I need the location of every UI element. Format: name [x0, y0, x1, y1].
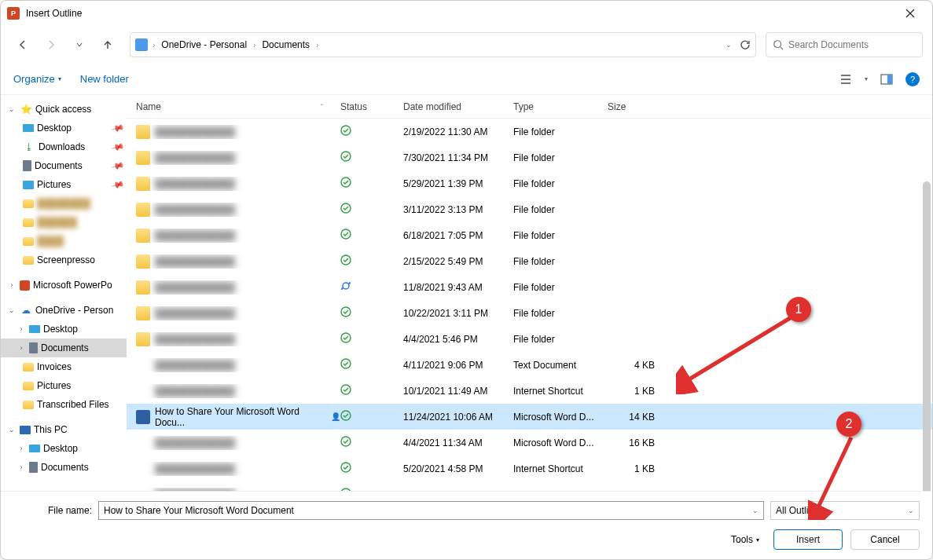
file-icon [136, 358, 150, 372]
chevron-down-icon[interactable]: ⌄ [908, 507, 914, 514]
sidebar-downloads[interactable]: ⭳Downloads📌 [1, 137, 127, 156]
sidebar-this-pc[interactable]: ⌄This PC [1, 420, 127, 439]
cancel-button[interactable]: Cancel [850, 529, 920, 550]
scrollbar[interactable] [923, 181, 932, 491]
date-cell: 11/24/2021 10:06 AM [403, 412, 513, 423]
sidebar: ⌄⭐Quick access Desktop📌 ⭳Downloads📌 Docu… [1, 95, 127, 491]
type-cell: Microsoft Word D... [513, 412, 608, 423]
svg-point-9 [341, 307, 351, 317]
file-row[interactable]: How to Share Your Microsoft Word Docu...… [127, 404, 932, 430]
column-status[interactable]: Status [340, 101, 403, 112]
file-icon [136, 384, 150, 398]
titlebar: P Insert Outline [1, 1, 932, 26]
preview-pane-icon[interactable] [880, 73, 893, 86]
toolbar: Organize▾ New folder ▾ ? [1, 64, 932, 95]
breadcrumb[interactable]: › OneDrive - Personal › Documents › ⌄ [130, 32, 756, 57]
document-icon [29, 342, 38, 353]
sidebar-od-invoices[interactable]: Invoices [1, 357, 127, 376]
insert-button[interactable]: Insert [773, 529, 843, 550]
file-row[interactable]: ████████████2/15/2022 5:49 PMFile folder [127, 248, 932, 274]
view-list-icon[interactable] [839, 73, 852, 86]
file-row[interactable]: ████████████7/30/2021 11:34 PMFile folde… [127, 145, 932, 170]
sidebar-od-documents[interactable]: ›Documents [1, 339, 127, 357]
filename-label: File name: [48, 505, 92, 516]
tools-dropdown[interactable]: Tools▾ [731, 534, 759, 545]
search-input[interactable]: Search Documents [766, 32, 923, 57]
column-size[interactable]: Size [608, 101, 670, 112]
type-cell: File folder [513, 230, 608, 241]
history-dropdown[interactable] [67, 32, 92, 57]
sidebar-onedrive[interactable]: ⌄☁OneDrive - Person [1, 301, 127, 320]
filename-input[interactable]: How to Share Your Microsoft Word Documen… [98, 501, 764, 520]
sidebar-od-desktop[interactable]: ›Desktop [1, 320, 127, 339]
sidebar-pictures[interactable]: Pictures📌 [1, 175, 127, 194]
status-icon [340, 410, 403, 423]
svg-point-0 [774, 41, 781, 48]
refresh-icon[interactable] [740, 39, 751, 50]
sidebar-pc-desktop[interactable]: ›Desktop [1, 439, 127, 458]
back-button[interactable] [10, 32, 35, 57]
view-dropdown-icon[interactable]: ▾ [865, 75, 868, 82]
date-cell: 10/5/2021 4:42 PM [403, 489, 513, 492]
sidebar-blurred-1[interactable]: ████████ [1, 194, 127, 213]
svg-point-8 [341, 255, 351, 265]
organize-button[interactable]: Organize▾ [13, 73, 61, 85]
close-button[interactable] [894, 2, 926, 24]
svg-line-17 [684, 316, 794, 382]
sidebar-blurred-2[interactable]: ██████ [1, 213, 127, 232]
file-row[interactable]: ████████████5/29/2021 1:39 PMFile folder [127, 170, 932, 196]
status-icon [340, 229, 403, 242]
column-name[interactable]: Name⌃ [136, 101, 340, 112]
new-folder-button[interactable]: New folder [80, 73, 129, 85]
folder-icon [136, 254, 150, 269]
size-cell: 14 KB [608, 412, 670, 423]
file-icon [136, 462, 150, 476]
svg-point-14 [341, 437, 351, 446]
file-row[interactable]: ████████████10/22/2021 3:11 PMFile folde… [127, 300, 932, 326]
breadcrumb-dropdown-icon[interactable]: ⌄ [725, 41, 732, 49]
file-row[interactable]: ████████████2/19/2022 11:30 AMFile folde… [127, 119, 932, 145]
sidebar-documents[interactable]: Documents📌 [1, 156, 127, 175]
status-icon [340, 306, 403, 320]
chevron-down-icon[interactable]: ⌄ [752, 507, 759, 514]
column-type[interactable]: Type [513, 101, 608, 112]
sidebar-od-transcribed[interactable]: Transcribed Files [1, 395, 127, 414]
svg-point-12 [341, 385, 351, 394]
folder-icon [23, 256, 34, 265]
date-cell: 2/15/2022 5:49 PM [403, 256, 513, 267]
sidebar-powerpoint[interactable]: ›Microsoft PowerPo [1, 276, 127, 295]
window-title: Insert Outline [26, 8, 82, 19]
status-icon [340, 151, 403, 164]
file-row[interactable]: ████████████4/11/2021 9:06 PMText Docume… [127, 352, 932, 378]
svg-point-16 [341, 489, 351, 491]
up-button[interactable] [95, 32, 120, 57]
crumb-onedrive[interactable]: OneDrive - Personal [158, 39, 250, 50]
powerpoint-icon [20, 280, 30, 291]
status-icon [340, 177, 403, 190]
svg-point-13 [341, 411, 351, 420]
help-icon[interactable]: ? [905, 72, 920, 86]
nav-bar: › OneDrive - Personal › Documents › ⌄ Se… [1, 26, 932, 64]
sidebar-desktop[interactable]: Desktop📌 [1, 119, 127, 137]
file-row[interactable]: ████████████10/1/2021 11:49 AMInternet S… [127, 378, 932, 404]
type-cell: Internet Shortcut [513, 386, 608, 397]
status-icon [340, 462, 403, 475]
sidebar-blurred-3[interactable]: ████ [1, 232, 127, 251]
pin-icon: 📌 [111, 121, 126, 135]
sidebar-pc-documents[interactable]: ›Documents [1, 458, 127, 477]
file-row[interactable]: ████████████6/18/2021 7:05 PMFile folder [127, 222, 932, 248]
sidebar-quick-access[interactable]: ⌄⭐Quick access [1, 100, 127, 119]
desktop-icon [29, 325, 40, 333]
file-row[interactable]: ████████████4/4/2021 5:46 PMFile folder [127, 326, 932, 352]
sidebar-screenpresso[interactable]: Screenpresso [1, 251, 127, 269]
status-icon [340, 488, 403, 491]
folder-icon [136, 229, 150, 243]
document-icon [23, 160, 31, 171]
forward-button[interactable] [39, 32, 64, 57]
sidebar-od-pictures[interactable]: Pictures [1, 376, 127, 395]
crumb-documents[interactable]: Documents [259, 39, 313, 50]
column-date[interactable]: Date modified [403, 101, 513, 112]
file-row[interactable]: ████████████11/8/2021 9:43 AMFile folder [127, 274, 932, 300]
file-row[interactable]: ████████████3/11/2022 3:13 PMFile folder [127, 196, 932, 222]
folder-icon [136, 125, 150, 139]
